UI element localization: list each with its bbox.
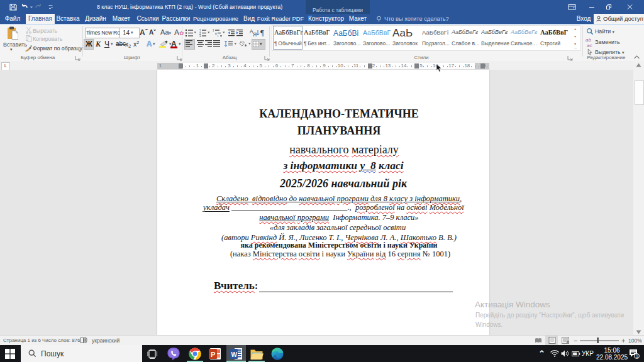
svg-text:1: 1 — [213, 29, 214, 32]
svg-text:a: a — [215, 32, 217, 35]
svg-text:W: W — [231, 351, 238, 358]
svg-text:P: P — [211, 351, 215, 358]
svg-text:3: 3 — [199, 35, 201, 37]
svg-text:1: 1 — [636, 354, 638, 358]
svg-text:Я: Я — [253, 31, 257, 37]
svg-text:i: i — [218, 35, 218, 37]
